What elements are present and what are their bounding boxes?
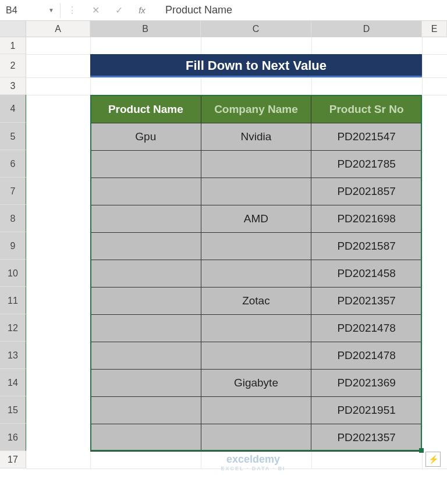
data-table: Product Name Company Name Product Sr No …: [90, 95, 422, 452]
cell-company[interactable]: [201, 178, 311, 205]
header-product-name[interactable]: Product Name: [91, 95, 201, 123]
cell-sr[interactable]: PD2021785: [311, 151, 422, 178]
table-row: PD2021857: [91, 178, 422, 205]
table-row: PD2021951: [91, 397, 422, 424]
header-company-name[interactable]: Company Name: [201, 95, 311, 123]
cell-sr[interactable]: PD2021857: [311, 178, 422, 205]
cell-sr[interactable]: PD2021951: [311, 397, 422, 424]
name-box-value: B4: [6, 5, 17, 16]
cell-product[interactable]: [91, 370, 201, 397]
row-header-17[interactable]: 17: [0, 451, 26, 468]
cell-product[interactable]: Gpu: [91, 123, 201, 151]
cancel-icon[interactable]: ✕: [84, 5, 107, 16]
cell-sr[interactable]: PD2021478: [311, 342, 422, 370]
table-row: AMDPD2021698: [91, 205, 422, 233]
cell-company[interactable]: [201, 151, 311, 178]
column-headers: A B C D E: [0, 21, 447, 37]
cell-sr[interactable]: PD2021357: [311, 424, 422, 452]
cell-sr[interactable]: PD2021698: [311, 205, 422, 233]
row-header-5[interactable]: 5: [0, 123, 26, 150]
row-header-14[interactable]: 14: [0, 369, 26, 396]
watermark-tag: EXCEL · DATA · BI: [178, 466, 329, 471]
table-row: PD2021357: [91, 424, 422, 452]
watermark-brand: exceldemy: [226, 453, 280, 465]
cell-company[interactable]: [201, 315, 311, 342]
cell-sr[interactable]: PD2021547: [311, 123, 422, 151]
table-row: PD2021458: [91, 260, 422, 288]
row-header-16[interactable]: 16: [0, 424, 26, 451]
cell-company[interactable]: Zotac: [201, 288, 311, 315]
row-header-12[interactable]: 12: [0, 314, 26, 342]
cell-company[interactable]: AMD: [201, 205, 311, 233]
row-header-4[interactable]: 4: [0, 95, 26, 123]
table-row: GpuNvidiaPD2021547: [91, 123, 422, 151]
cell-sr[interactable]: PD2021587: [311, 233, 422, 260]
cell-company[interactable]: Gigabyte: [201, 370, 311, 397]
formula-bar-separator: ⋮: [61, 5, 84, 16]
smart-tag-icon: ⚡: [428, 455, 438, 464]
watermark: exceldemy EXCEL · DATA · BI: [178, 453, 329, 471]
cell-company[interactable]: [201, 424, 311, 452]
cell-company[interactable]: [201, 260, 311, 288]
row-header-11[interactable]: 11: [0, 287, 26, 314]
formula-bar-input[interactable]: Product Name: [154, 4, 447, 16]
cell-sr[interactable]: PD2021369: [311, 370, 422, 397]
table-row: PD2021587: [91, 233, 422, 260]
row-header-3[interactable]: 3: [0, 77, 26, 95]
fill-handle[interactable]: [419, 448, 424, 453]
select-all-triangle[interactable]: [0, 21, 26, 37]
table-row: ZotacPD2021357: [91, 288, 422, 315]
cell-sr[interactable]: PD2021478: [311, 315, 422, 342]
row-header-15[interactable]: 15: [0, 396, 26, 424]
table-header-row: Product Name Company Name Product Sr No: [91, 95, 422, 123]
cell-company[interactable]: [201, 342, 311, 370]
cell-company[interactable]: [201, 397, 311, 424]
cell-sr[interactable]: PD2021458: [311, 260, 422, 288]
fx-icon[interactable]: fx: [130, 5, 154, 15]
title-banner[interactable]: Fill Down to Next Value: [90, 54, 422, 77]
row-header-2[interactable]: 2: [0, 54, 26, 77]
row-header-7[interactable]: 7: [0, 178, 26, 205]
cell-product[interactable]: [91, 151, 201, 178]
header-product-sr-no[interactable]: Product Sr No: [311, 95, 422, 123]
col-header-D[interactable]: D: [311, 21, 422, 37]
row-header-1[interactable]: 1: [0, 37, 26, 54]
cell-product[interactable]: [91, 205, 201, 233]
row-header-9[interactable]: 9: [0, 232, 26, 260]
cell-company[interactable]: Nvidia: [201, 123, 311, 151]
row-header-8[interactable]: 8: [0, 205, 26, 232]
table-row: PD2021478: [91, 315, 422, 342]
cell-product[interactable]: [91, 260, 201, 288]
cell-product[interactable]: [91, 233, 201, 260]
col-header-B[interactable]: B: [90, 21, 201, 37]
cell-product[interactable]: [91, 315, 201, 342]
row-header-13[interactable]: 13: [0, 342, 26, 369]
table-row: GigabytePD2021369: [91, 370, 422, 397]
formula-bar: B4 ▼ ⋮ ✕ ✓ fx Product Name: [0, 0, 447, 21]
cell-product[interactable]: [91, 178, 201, 205]
cell-product[interactable]: [91, 288, 201, 315]
confirm-icon[interactable]: ✓: [107, 5, 130, 16]
dropdown-icon[interactable]: ▼: [48, 7, 54, 13]
worksheet-area[interactable]: Fill Down to Next Value Product Name Com…: [26, 37, 447, 468]
table-row: PD2021478: [91, 342, 422, 370]
cell-product[interactable]: [91, 342, 201, 370]
table-row: PD2021785: [91, 151, 422, 178]
cell-company[interactable]: [201, 233, 311, 260]
cell-product[interactable]: [91, 424, 201, 452]
row-headers: 1 2 3 4 5 6 7 8 9 10 11 12 13 14 15 16 1…: [0, 37, 26, 468]
cell-sr[interactable]: PD2021357: [311, 288, 422, 315]
col-header-C[interactable]: C: [201, 21, 311, 37]
cell-product[interactable]: [91, 397, 201, 424]
row-header-6[interactable]: 6: [0, 150, 26, 178]
col-header-A[interactable]: A: [26, 21, 90, 37]
smart-tag-button[interactable]: ⚡: [425, 452, 441, 467]
row-header-10[interactable]: 10: [0, 260, 26, 287]
col-header-E[interactable]: E: [422, 21, 447, 37]
name-box[interactable]: B4 ▼: [0, 3, 61, 18]
